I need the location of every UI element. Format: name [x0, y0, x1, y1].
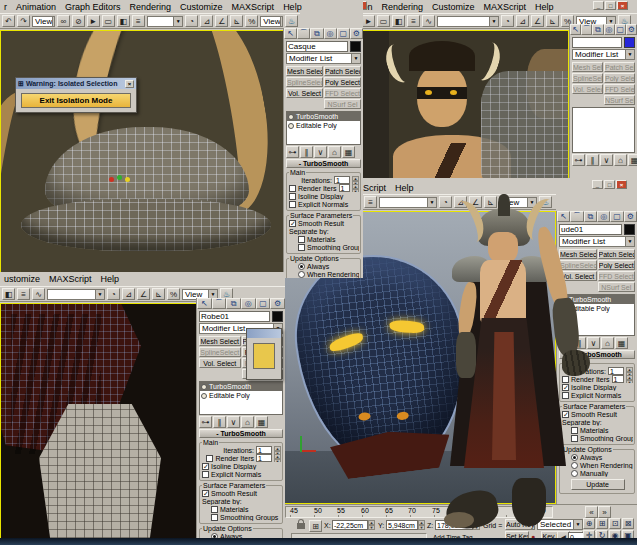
- remove-modifier-icon[interactable]: ⌂: [601, 337, 614, 349]
- spline-select-button[interactable]: SplineSelect: [286, 77, 323, 87]
- materials-checkbox[interactable]: [571, 427, 578, 434]
- manually-radio[interactable]: [571, 470, 578, 477]
- undo-icon[interactable]: ↶: [2, 15, 15, 27]
- vol-select-button[interactable]: Vol. Select: [572, 84, 603, 94]
- object-name-field[interactable]: ude01: [559, 224, 622, 235]
- poly-select-button[interactable]: Poly Select: [598, 260, 636, 270]
- create-tab[interactable]: ↖: [284, 28, 297, 39]
- motion-tab[interactable]: ◎: [597, 211, 610, 222]
- configure-stack-icon[interactable]: ▦: [615, 337, 628, 349]
- auto-key-button[interactable]: Auto Key: [505, 519, 535, 530]
- menu-item-help[interactable]: Help: [283, 2, 302, 12]
- nsurf-sel-button[interactable]: NSurf Sel: [604, 95, 635, 105]
- remove-modifier-icon[interactable]: ⌂: [241, 416, 254, 428]
- unlink-icon[interactable]: ⊘: [72, 15, 85, 27]
- patch-select-button[interactable]: Patch Select: [598, 249, 636, 259]
- render-iters-spinner[interactable]: ▲▼: [352, 184, 359, 192]
- go-end-icon[interactable]: »: [598, 506, 611, 518]
- named-selection-combo[interactable]: ▼: [379, 197, 437, 208]
- utilities-tab[interactable]: ⚙: [270, 298, 285, 309]
- popup-titlebar[interactable]: [247, 329, 281, 338]
- schematic-view-icon[interactable]: ⊿: [200, 15, 213, 27]
- menu-item-maxscript[interactable]: MAXScript: [49, 274, 92, 284]
- object-name-field[interactable]: Casque: [286, 41, 348, 52]
- motion-tab[interactable]: ◎: [324, 28, 337, 39]
- minimize-button[interactable]: _: [592, 180, 603, 189]
- mirror-icon[interactable]: ◧: [2, 288, 15, 300]
- ffd-select-button[interactable]: FFD Select: [598, 271, 636, 281]
- make-unique-icon[interactable]: ∨: [600, 154, 613, 166]
- spline-select-button[interactable]: SplineSelect: [199, 347, 241, 357]
- modifier-visibility-icon[interactable]: [561, 306, 567, 312]
- render-iters-field[interactable]: 1: [612, 375, 624, 383]
- pin-stack-icon[interactable]: ⊶: [559, 337, 572, 349]
- pin-stack-icon[interactable]: ⊶: [286, 146, 299, 158]
- mirror-icon[interactable]: ◧: [392, 15, 405, 27]
- mirror-icon[interactable]: ◧: [117, 15, 130, 27]
- render-iters-field[interactable]: 1: [256, 454, 272, 462]
- percent-snap-icon[interactable]: %: [167, 288, 180, 300]
- angle-snap-icon[interactable]: ⊾: [546, 15, 559, 27]
- modify-tab[interactable]: ⌒: [581, 24, 592, 35]
- modify-tab[interactable]: ⌒: [297, 28, 310, 39]
- yellow-swatch[interactable]: [253, 343, 275, 369]
- object-name-field[interactable]: [572, 37, 622, 48]
- modifier-stack-item-turbosmooth[interactable]: TurboSmooth: [200, 382, 282, 391]
- create-tab[interactable]: ↖: [197, 298, 212, 309]
- utilities-tab[interactable]: ⚙: [350, 28, 363, 39]
- close-icon[interactable]: ×: [125, 80, 134, 88]
- time-ruler[interactable]: 40 45 50 55 60 65 70 75 100: [285, 506, 553, 518]
- smooth-result-checkbox[interactable]: [289, 220, 296, 227]
- modify-tab[interactable]: ⌒: [570, 211, 583, 222]
- configure-stack-icon[interactable]: ▦: [255, 416, 268, 428]
- modifier-stack-item-editable-poly[interactable]: Editable Poly: [200, 391, 282, 400]
- modifier-stack[interactable]: [572, 107, 635, 153]
- smooth-result-checkbox[interactable]: [562, 411, 569, 418]
- helmet-brim-wireframe[interactable]: [21, 199, 271, 251]
- always-radio[interactable]: [571, 454, 578, 461]
- percent-snap-icon[interactable]: %: [245, 15, 258, 27]
- iterations-spinner[interactable]: ▲▼: [352, 176, 359, 184]
- nsurf-sel-button[interactable]: NSurf Sel: [324, 99, 361, 109]
- maximize-button[interactable]: □: [605, 1, 616, 10]
- snap-toggle-icon[interactable]: ∠: [531, 15, 544, 27]
- mask-object[interactable]: [285, 245, 478, 480]
- menu-item-maxscript[interactable]: MAXScript: [232, 2, 275, 12]
- when-rendering-radio[interactable]: [298, 271, 305, 278]
- configure-stack-icon[interactable]: ▦: [342, 146, 355, 158]
- show-end-result-icon[interactable]: ∥: [300, 146, 313, 158]
- poly-select-button[interactable]: Poly Select: [324, 77, 361, 87]
- modifier-visibility-icon[interactable]: [288, 114, 294, 120]
- vol-select-button[interactable]: Vol. Select: [199, 358, 241, 368]
- object-color-swatch[interactable]: [350, 41, 361, 52]
- view-dropdown-2[interactable]: View▼: [260, 16, 283, 27]
- explicit-normals-checkbox[interactable]: [562, 392, 569, 399]
- render-iters-field[interactable]: 1: [339, 184, 350, 192]
- display-tab[interactable]: ▢: [615, 24, 626, 35]
- mesh-select-button[interactable]: Mesh Select: [199, 336, 241, 346]
- modifier-visibility-icon[interactable]: [288, 123, 294, 129]
- spline-select-button[interactable]: SplineSelect: [559, 260, 597, 270]
- select-object-icon[interactable]: ►: [362, 15, 375, 27]
- modifier-visibility-icon[interactable]: [561, 297, 567, 303]
- maximize-button[interactable]: □: [604, 180, 615, 189]
- schematic-view-icon[interactable]: ⊿: [122, 288, 135, 300]
- angle-snap-icon[interactable]: ⊾: [484, 196, 497, 208]
- track-view-icon[interactable]: ◔: [439, 196, 452, 208]
- poly-select-button[interactable]: Poly Select: [604, 73, 635, 83]
- y-coordinate-field[interactable]: 5,948cm: [386, 520, 418, 530]
- modifier-stack-item-editable-poly[interactable]: Editable Poly: [560, 304, 634, 313]
- x-spinner[interactable]: ▲▼: [368, 520, 375, 529]
- snap-toggle-icon[interactable]: ∠: [469, 196, 482, 208]
- selected-filter-dropdown[interactable]: Selected▼: [537, 519, 583, 530]
- modifier-stack-item-turbosmooth[interactable]: TurboSmooth: [287, 112, 360, 121]
- modify-tab[interactable]: ⌒: [212, 298, 227, 309]
- menu-item-customize[interactable]: Customize: [180, 2, 223, 12]
- ffd-select-button[interactable]: FFD Select: [604, 84, 635, 94]
- show-end-result-icon[interactable]: ∥: [573, 337, 586, 349]
- isoline-display-checkbox[interactable]: [289, 193, 296, 200]
- isoline-display-checkbox[interactable]: [562, 384, 569, 391]
- robe-wireframe-skirt[interactable]: [39, 404, 161, 545]
- vol-select-button[interactable]: Vol. Select: [286, 88, 323, 98]
- render-teapot-icon[interactable]: ♨: [285, 15, 298, 27]
